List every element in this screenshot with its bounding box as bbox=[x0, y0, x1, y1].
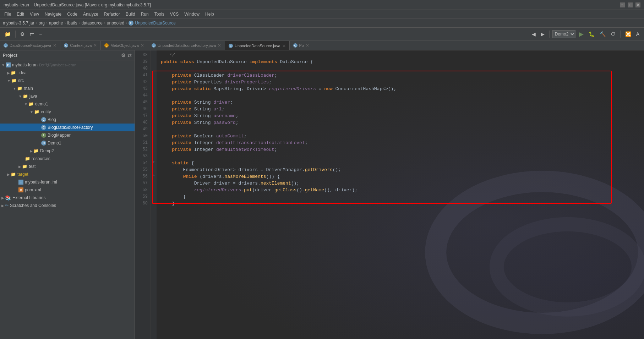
breadcrumb-unpooled[interactable]: unpooled bbox=[107, 21, 124, 26]
project-icon: P bbox=[6, 62, 11, 67]
close-button[interactable]: ✕ bbox=[635, 2, 640, 7]
tree-item-src[interactable]: ▼ 📁 src bbox=[0, 77, 135, 84]
line-numbers: 38 39 40 41 42 43 44 45 46 47 48 49 50 5… bbox=[135, 50, 151, 339]
tree-item-scratches[interactable]: ▶ ✏ Scratches and Consoles bbox=[0, 202, 135, 209]
profile-button[interactable]: ⏱ bbox=[609, 30, 617, 38]
menu-view[interactable]: View bbox=[27, 11, 42, 17]
tab-unpooleddatasourcefactory[interactable]: C UnpooledDataSourceFactory.java ✕ bbox=[148, 41, 225, 50]
tree-item-target[interactable]: ▶ 📁 target bbox=[0, 170, 135, 178]
maximize-button[interactable]: □ bbox=[628, 2, 633, 7]
title-controls: − □ ✕ bbox=[620, 2, 640, 7]
tree-item-pom[interactable]: X pom.xml bbox=[0, 186, 135, 194]
menu-refactor[interactable]: Refactor bbox=[101, 11, 123, 17]
menu-bar: File Edit View Navigate Code Analyze Ref… bbox=[0, 10, 644, 18]
breadcrumb-class[interactable]: UnpooledDataSource bbox=[135, 21, 176, 26]
tree-item-demo1[interactable]: ▼ 📁 demo1 bbox=[0, 100, 135, 108]
tree-label-scratches: Scratches and Consoles bbox=[10, 203, 56, 208]
main-area: Project ⚙ ⇄ ▼ P mybatis-leran D:\代码\myba… bbox=[0, 50, 644, 339]
menu-vcs[interactable]: VCS bbox=[167, 11, 182, 17]
toolbar: 📁 ⚙ ⇄ − ◀ ▶ Demo2 ▶ 🐛 🔨 ⏱ 🔀 A bbox=[0, 28, 644, 40]
sidebar-title: Project bbox=[3, 53, 17, 58]
tree-item-blogdatasourcefactory[interactable]: C BlogDataSourceFactory bbox=[0, 124, 135, 131]
breadcrumb-datasource[interactable]: datasource bbox=[81, 21, 102, 26]
tree-label-extlibs: External Libraries bbox=[12, 195, 45, 200]
code-line-57: Driver driver = drivers.nextElement(); bbox=[161, 180, 644, 187]
tab-close-po[interactable]: ✕ bbox=[306, 43, 309, 48]
minimize-button[interactable]: − bbox=[620, 2, 625, 7]
tree-arrow-demp2: ▶ bbox=[30, 149, 33, 153]
tree-label-main: main bbox=[24, 86, 33, 91]
sidebar-expand-icon[interactable]: ⇄ bbox=[127, 53, 132, 58]
breadcrumb-apache[interactable]: apache bbox=[49, 21, 63, 26]
menu-file[interactable]: File bbox=[1, 11, 14, 17]
project-view-button[interactable]: 📁 bbox=[3, 30, 12, 38]
collapse-button[interactable]: − bbox=[37, 30, 44, 38]
tree-item-blogmapper[interactable]: I BlogMapper bbox=[0, 131, 135, 139]
breadcrumb-org[interactable]: org bbox=[39, 21, 45, 26]
tree-item-demo1class[interactable]: C Demo1 bbox=[0, 139, 135, 147]
menu-edit[interactable]: Edit bbox=[14, 11, 27, 17]
sidebar-gear-icon[interactable]: ⚙ bbox=[121, 53, 126, 58]
menu-code[interactable]: Code bbox=[64, 11, 80, 17]
tab-close-unpooleddatasourcefactory[interactable]: ✕ bbox=[218, 43, 221, 48]
tree-item-main[interactable]: ▼ 📁 main bbox=[0, 84, 135, 92]
tab-context[interactable]: C Context.java ✕ bbox=[60, 41, 101, 50]
menu-run[interactable]: Run bbox=[138, 11, 152, 17]
tree-arrow-main: ▼ bbox=[13, 87, 16, 91]
tree-item-java[interactable]: ▼ 📁 java bbox=[0, 92, 135, 100]
sidebar: Project ⚙ ⇄ ▼ P mybatis-leran D:\代码\myba… bbox=[0, 50, 135, 339]
menu-analyze[interactable]: Analyze bbox=[80, 11, 101, 17]
tab-datasourcefactory[interactable]: C DataSourceFactory.java ✕ bbox=[0, 41, 60, 50]
vcs-button[interactable]: 🔀 bbox=[623, 30, 633, 38]
folder-icon-main: 📁 bbox=[17, 86, 22, 91]
menu-build[interactable]: Build bbox=[123, 11, 138, 17]
code-line-43: private static Map<String, Driver> regis… bbox=[161, 86, 644, 92]
tree-item-resources[interactable]: 📁 resources bbox=[0, 155, 135, 163]
tree-item-demp2[interactable]: ▶ 📁 Demp2 bbox=[0, 147, 135, 155]
tree-item-idea[interactable]: ▶ 📁 .idea bbox=[0, 69, 135, 77]
libraries-icon: 📚 bbox=[5, 195, 11, 201]
code-area[interactable]: */ public class UnpooledDataSource imple… bbox=[157, 50, 644, 339]
tree-item-test[interactable]: ▶ 📁 test bbox=[0, 163, 135, 170]
tab-close-datasourcefactory[interactable]: ✕ bbox=[53, 43, 56, 48]
folder-icon-entity: 📁 bbox=[34, 109, 39, 114]
tree-item-entity[interactable]: ▼ 📁 entity bbox=[0, 108, 135, 116]
translate-button[interactable]: A bbox=[634, 30, 641, 38]
folder-icon-idea: 📁 bbox=[11, 70, 16, 75]
tree-item-root[interactable]: ▼ P mybatis-leran D:\代码\mybatis-leran bbox=[0, 61, 135, 69]
editor-content: 38 39 40 41 42 43 44 45 46 47 48 49 50 5… bbox=[135, 50, 644, 339]
menu-tools[interactable]: Tools bbox=[152, 11, 167, 17]
breadcrumb-ibatis[interactable]: ibatis bbox=[67, 21, 77, 26]
code-line-49 bbox=[161, 126, 644, 133]
code-line-48: private String password; bbox=[161, 119, 644, 126]
run-button[interactable]: ▶ bbox=[577, 29, 585, 39]
forward-button[interactable]: ▶ bbox=[539, 30, 546, 38]
debug-button[interactable]: 🐛 bbox=[587, 30, 596, 38]
tab-metaobject[interactable]: C MetaObject.java ✕ bbox=[101, 41, 148, 50]
run-config-dropdown[interactable]: Demo2 bbox=[552, 30, 575, 38]
folder-icon-test: 📁 bbox=[22, 164, 27, 169]
tab-close-metaobject[interactable]: ✕ bbox=[141, 43, 144, 48]
coverage-button[interactable]: 🔨 bbox=[598, 30, 607, 38]
tab-close-context[interactable]: ✕ bbox=[93, 43, 97, 48]
tab-unpooleddatasource[interactable]: C UnpooledDataSource.java ✕ bbox=[225, 41, 289, 50]
back-button[interactable]: ◀ bbox=[530, 30, 537, 38]
breadcrumb-jar[interactable]: mybatis-3.5.7.jar bbox=[3, 21, 34, 26]
toolbar-right: ◀ ▶ Demo2 ▶ 🐛 🔨 ⏱ 🔀 A bbox=[530, 29, 641, 39]
editor-area[interactable]: 38 39 40 41 42 43 44 45 46 47 48 49 50 5… bbox=[135, 50, 644, 339]
code-line-47: private String username; bbox=[161, 113, 644, 119]
settings-button[interactable]: ⚙ bbox=[18, 30, 27, 38]
code-line-51: private Integer defaultTransactionIsolat… bbox=[161, 140, 644, 146]
tab-po[interactable]: C Po ✕ bbox=[290, 41, 313, 50]
menu-help[interactable]: Help bbox=[202, 11, 217, 17]
tree-item-blog[interactable]: C Blog bbox=[0, 116, 135, 124]
tree-item-extlibs[interactable]: ▶ 📚 External Libraries bbox=[0, 194, 135, 202]
menu-window[interactable]: Window bbox=[181, 11, 202, 17]
tree-label-entity: entity bbox=[41, 109, 51, 114]
menu-navigate[interactable]: Navigate bbox=[42, 11, 64, 17]
sync-button[interactable]: ⇄ bbox=[28, 30, 36, 38]
tree-item-iml[interactable]: m mybatis-leran.iml bbox=[0, 178, 135, 186]
tree-label-blogmapper: BlogMapper bbox=[48, 133, 71, 138]
tree-label-iml: mybatis-leran.iml bbox=[25, 180, 57, 185]
tab-close-unpooleddatasource[interactable]: ✕ bbox=[282, 43, 286, 48]
